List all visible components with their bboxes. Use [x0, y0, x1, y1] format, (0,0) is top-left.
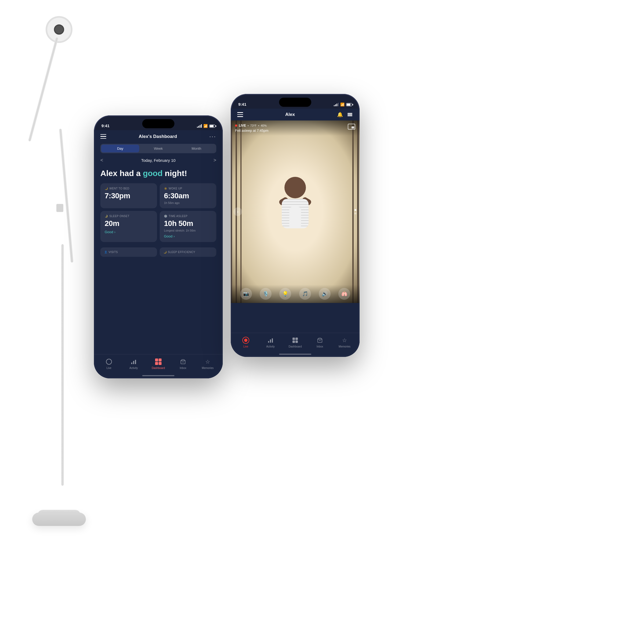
nav-live-phone2[interactable]: Live	[233, 336, 258, 348]
activity-chart-icon	[131, 359, 137, 365]
hamburger-icon-phone1[interactable]	[100, 134, 106, 139]
bottom-nav-phone1: Live Activity	[94, 354, 223, 378]
nav-dashboard-phone1[interactable]: Dashboard	[146, 358, 171, 369]
svg-rect-5	[347, 115, 352, 116]
nav-live-phone1[interactable]: Live	[97, 358, 121, 369]
nav-icon-memories-p2: ☆	[341, 336, 348, 344]
baby-body	[282, 199, 309, 228]
phone2-header: Alex 🔔	[231, 109, 360, 120]
sleep-efficiency-label: 🌙 SLEEP EFFICIENCY	[163, 251, 213, 254]
stat-sleep-onset: 🌛 SLEEP ONSET 20m Good ›	[100, 211, 157, 242]
live-ring-fill	[244, 339, 247, 342]
nav-arrow-left[interactable]: ›	[233, 207, 242, 216]
stat-rating-onset[interactable]: Good ›	[105, 230, 153, 234]
person-icon: 👤	[104, 251, 108, 254]
stat-rating-asleep[interactable]: Good ›	[164, 234, 212, 238]
nav-inbox-phone1[interactable]: Inbox	[171, 358, 195, 369]
pip-icon	[348, 124, 355, 130]
battery-fill	[210, 125, 214, 127]
dynamic-island	[142, 119, 174, 128]
stat-sub-asleep: Longest stretch: 1h 56m	[164, 229, 212, 232]
battery-icon-phone2	[346, 103, 352, 106]
rating-arrow-asleep: ›	[174, 234, 175, 238]
more-icon-phone1[interactable]: ···	[209, 133, 216, 140]
baby-leg-right	[293, 207, 301, 228]
next-date-arrow[interactable]: >	[213, 158, 216, 163]
nav-activity-phone2[interactable]: Activity	[258, 336, 283, 348]
stat-woke-up: ☀️ WOKE UP 6:30am 1h 56m ago	[160, 183, 216, 208]
dashboard-grid-icon-p2	[292, 338, 298, 343]
nav-icon-inbox-p2	[316, 336, 324, 344]
camera-icon: 📷	[243, 291, 249, 297]
live-ring-icon	[242, 337, 249, 344]
visits-card: 👤 VISITS	[100, 247, 157, 257]
moon-icon: 🌙	[105, 187, 108, 190]
status-time-phone2: 9:41	[238, 102, 246, 107]
inbox-icon-p2	[317, 337, 323, 343]
scroll-indicator-p2	[279, 354, 311, 355]
page-dot-1	[354, 209, 356, 211]
nav-memories-phone1[interactable]: ☆ Memories	[195, 358, 220, 369]
status-time-phone1: 9:41	[101, 123, 109, 128]
summary-pre: Alex had a	[100, 169, 143, 178]
baby-head	[284, 177, 306, 198]
live-badge: LIVE • 73°F • 40%	[235, 124, 355, 127]
phone1-header: Alex's Dashboard ···	[94, 130, 223, 143]
wifi-icon-phone1: 📶	[203, 124, 208, 128]
wifi-icon-phone2: 📶	[340, 103, 345, 107]
inbox-icon	[180, 359, 186, 365]
signal-bar-4	[201, 124, 202, 128]
prev-date-arrow[interactable]: <	[100, 158, 103, 163]
dashboard-title: Alex's Dashboard	[139, 134, 177, 139]
music-btn[interactable]: 🎵	[299, 288, 311, 300]
date-nav: < Today, February 10 >	[94, 156, 223, 165]
nav-label-memories-p1: Memories	[202, 367, 214, 369]
nav-inbox-phone2[interactable]: Inbox	[308, 336, 332, 348]
camera-photo-btn[interactable]: 📷	[240, 288, 252, 300]
sleep-status-text: Fell asleep at 7:45pm	[235, 129, 355, 133]
nav-memories-phone2[interactable]: ☆ Memories	[332, 336, 357, 348]
signal-bar-1	[197, 127, 198, 128]
activity-bars-icon	[268, 337, 273, 343]
stat-value-onset: 20m	[105, 219, 153, 228]
signal-bars-phone1	[197, 124, 202, 128]
nav-icon-activity-p1	[130, 358, 137, 365]
live-separator2: •	[258, 124, 259, 127]
tab-day[interactable]: Day	[101, 145, 139, 152]
page-dot-2	[354, 213, 356, 214]
stats-grid: 🌙 WENT TO BED 7:30pm ☀️ WOKE UP 6:30am 1…	[94, 180, 223, 245]
bell-icon[interactable]: 🔔	[337, 112, 343, 118]
nav-label-inbox-p1: Inbox	[180, 367, 186, 369]
phones-wrapper: 9:41 📶	[94, 94, 360, 378]
nav-activity-phone1[interactable]: Activity	[121, 358, 146, 369]
stat-sub-woke: 1h 56m ago	[164, 201, 212, 204]
nav-dashboard-phone2[interactable]: Dashboard	[283, 336, 308, 348]
sun-icon: ☀️	[164, 187, 167, 190]
svg-rect-4	[347, 114, 352, 115]
sound-btn[interactable]: 🔊	[319, 288, 331, 300]
stat-went-to-bed: 🌙 WENT TO BED 7:30pm	[100, 183, 157, 208]
stat-label-onset: 🌛 SLEEP ONSET	[105, 215, 153, 218]
phone2-app-content: Alex 🔔	[231, 109, 360, 357]
tab-week[interactable]: Week	[139, 145, 177, 152]
svg-rect-7	[270, 339, 271, 343]
visits-label: 👤 VISITS	[104, 251, 153, 254]
stat-value-asleep: 10h 50m	[164, 219, 212, 228]
svg-rect-6	[268, 341, 269, 343]
layers-icon[interactable]	[347, 111, 353, 118]
hamburger-icon-phone2[interactable]	[237, 112, 243, 117]
alex-title: Alex	[285, 112, 295, 117]
lamp-arm-upper	[28, 37, 58, 142]
microphone-btn[interactable]: 🎙️	[260, 288, 272, 300]
light-btn[interactable]: 💡	[279, 288, 291, 300]
nav-icon-dashboard-p2	[291, 336, 299, 344]
breathing-btn[interactable]: 🫁	[338, 288, 350, 300]
svg-rect-2	[135, 360, 136, 364]
pip-button[interactable]	[348, 124, 355, 130]
tab-month[interactable]: Month	[177, 145, 215, 152]
clock-icon: 🕐	[164, 215, 167, 218]
summary-quality: good	[143, 169, 162, 178]
svg-rect-0	[131, 363, 132, 364]
scroll-indicator-p1	[142, 375, 174, 376]
svg-rect-3	[347, 113, 352, 114]
